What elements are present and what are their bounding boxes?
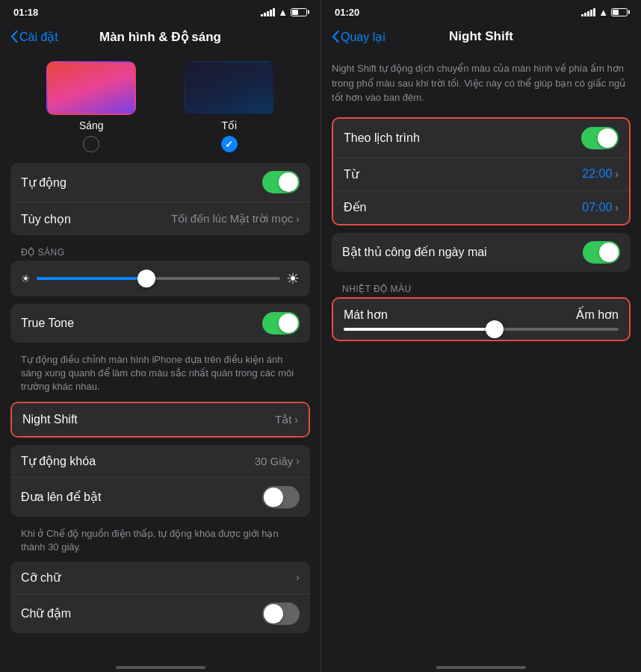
brightness-thumb[interactable] [137, 270, 155, 287]
status-icons-right: ▲ [581, 7, 628, 18]
true-tone-toggle[interactable] [262, 312, 300, 335]
manual-group: Bật thủ công đến ngày mai [332, 233, 631, 272]
to-value: 07:00 [582, 201, 612, 214]
night-shift-group: Night Shift Tắt › [10, 402, 310, 438]
battery-icon-left [291, 8, 307, 16]
appearance-light[interactable]: Sáng [46, 61, 136, 152]
auto-lock-value: 30 Giây [255, 455, 294, 467]
tu-dong-toggle[interactable] [262, 171, 300, 193]
to-label: Đến [344, 200, 366, 214]
check-light [83, 136, 99, 152]
bold-text-toggle[interactable] [262, 603, 300, 625]
nav-bar-left: Cài đặt Màn hình & Độ sáng [0, 22, 320, 54]
true-tone-row[interactable]: True Tone [10, 304, 310, 343]
raise-desc: Khi ở Chế độ nguồn điện thấp, tự động kh… [0, 524, 320, 561]
from-value: 22:00 [582, 167, 612, 181]
brightness-slider-row: ☀ ☀ [10, 261, 310, 296]
font-size-row[interactable]: Cỡ chữ › [10, 561, 310, 594]
nav-bar-right: Quay lại Night Shift [321, 22, 641, 54]
bold-text-label: Chữ đậm [21, 606, 71, 620]
true-tone-group: True Tone [10, 304, 310, 343]
status-bar-left: 01:18 ▲ [0, 0, 320, 22]
content-left: Sáng Tối ✓ Tự động Tùy chọn [0, 54, 320, 660]
label-dark: Tối [221, 119, 237, 131]
back-button-right[interactable]: Quay lại [332, 30, 385, 44]
auto-lock-row[interactable]: Tự động khóa 30 Giây › [10, 445, 310, 478]
auto-lock-label: Tự động khóa [21, 454, 96, 468]
brightness-section-label: ĐỘ SÁNG [0, 243, 320, 261]
right-panel: 01:20 ▲ Quay lại Night Shift Night Shift… [320, 0, 641, 672]
from-row[interactable]: Từ 22:00 › [333, 158, 629, 191]
color-temp-thumb[interactable] [486, 320, 504, 338]
home-indicator-left [0, 660, 320, 672]
from-label: Từ [344, 167, 359, 181]
brightness-fill [37, 277, 146, 280]
wifi-icon-left: ▲ [278, 7, 288, 18]
sun-large-icon: ☀ [286, 270, 300, 287]
tuy-chon-label: Tùy chọn [21, 212, 71, 226]
raise-to-wake-label: Đưa lên để bật [21, 490, 101, 504]
night-shift-label: Night Shift [22, 413, 78, 426]
tuy-chon-row[interactable]: Tùy chọn Tối đến lúc Mặt trời mọc › [10, 202, 310, 235]
to-row[interactable]: Đến 07:00 › [333, 191, 629, 224]
auto-custom-group: Tự động Tùy chọn Tối đến lúc Mặt trời mọ… [10, 163, 310, 235]
status-bar-right: 01:20 ▲ [321, 0, 641, 22]
chevron-night-shift: › [294, 414, 298, 426]
wifi-icon-right: ▲ [598, 7, 608, 18]
chevron-from: › [615, 168, 619, 180]
manual-label: Bật thủ công đến ngày mai [342, 245, 487, 259]
chevron-to: › [615, 202, 619, 214]
night-shift-row[interactable]: Night Shift Tắt › [12, 403, 309, 436]
thumb-light [46, 61, 136, 115]
schedule-toggle[interactable] [581, 127, 619, 149]
chevron-auto-lock: › [296, 455, 300, 467]
color-temp-group: Mát hơn Ấm hơn [332, 297, 631, 341]
font-bold-group: Cỡ chữ › Chữ đậm [10, 561, 310, 633]
tu-dong-label: Tự động [21, 175, 66, 190]
night-shift-desc: Night Shift tự động dịch chuyển màu của … [321, 54, 641, 117]
check-dark: ✓ [221, 136, 238, 152]
nav-title-right: Night Shift [449, 29, 513, 44]
color-temp-fill [344, 328, 495, 331]
appearance-dark[interactable]: Tối ✓ [185, 61, 274, 152]
left-panel: 01:18 ▲ Cài đặt Màn hình & Độ sáng [0, 0, 320, 672]
chevron-tuy-chon: › [296, 213, 300, 225]
battery-icon-right [611, 8, 628, 16]
back-button-left[interactable]: Cài đặt [10, 30, 58, 44]
manual-toggle[interactable] [583, 241, 620, 264]
tu-dong-row[interactable]: Tự động [10, 163, 310, 202]
nav-title-left: Màn hình & Độ sáng [99, 29, 221, 45]
warm-label: Ấm hơn [576, 308, 619, 322]
true-tone-label: True Tone [21, 317, 74, 330]
back-label-right: Quay lại [341, 30, 385, 44]
thumb-dark [185, 61, 274, 115]
font-size-label: Cỡ chữ [21, 570, 61, 585]
content-right: Night Shift tự động dịch chuyển màu của … [321, 54, 641, 660]
home-indicator-right [321, 660, 641, 672]
true-tone-desc: Tự động điều chỉnh màn hình iPhone dựa t… [0, 350, 320, 402]
appearance-selector: Sáng Tối ✓ [0, 54, 320, 163]
sun-small-icon: ☀ [21, 273, 31, 284]
manual-row[interactable]: Bật thủ công đến ngày mai [332, 233, 631, 272]
raise-to-wake-row[interactable]: Đưa lên để bật [10, 478, 310, 517]
schedule-toggle-row[interactable]: Theo lịch trình [333, 119, 629, 158]
schedule-group: Theo lịch trình Từ 22:00 › Đến 07:00 › [332, 117, 631, 225]
brightness-track[interactable] [37, 277, 280, 280]
auto-lock-group: Tự động khóa 30 Giây › Đưa lên để bật [10, 445, 310, 517]
schedule-label: Theo lịch trình [344, 131, 420, 145]
color-temp-section-label: NHIỆT ĐỘ MÀU [321, 279, 641, 297]
signal-icon-left [261, 8, 275, 16]
chevron-font: › [296, 571, 300, 583]
raise-to-wake-toggle[interactable] [262, 486, 300, 508]
time-right: 01:20 [335, 7, 359, 18]
cool-label: Mát hơn [344, 308, 388, 322]
bold-text-row[interactable]: Chữ đậm [10, 594, 310, 633]
time-left: 01:18 [13, 7, 38, 18]
color-temp-labels: Mát hơn Ấm hơn [344, 308, 619, 322]
signal-icon-right [581, 8, 595, 16]
status-icons-left: ▲ [261, 7, 307, 18]
tuy-chon-value: Tối đến lúc Mặt trời mọc [171, 212, 293, 225]
back-label-left: Cài đặt [19, 30, 58, 44]
night-shift-value: Tắt [275, 413, 291, 426]
color-temp-track[interactable] [344, 328, 619, 331]
